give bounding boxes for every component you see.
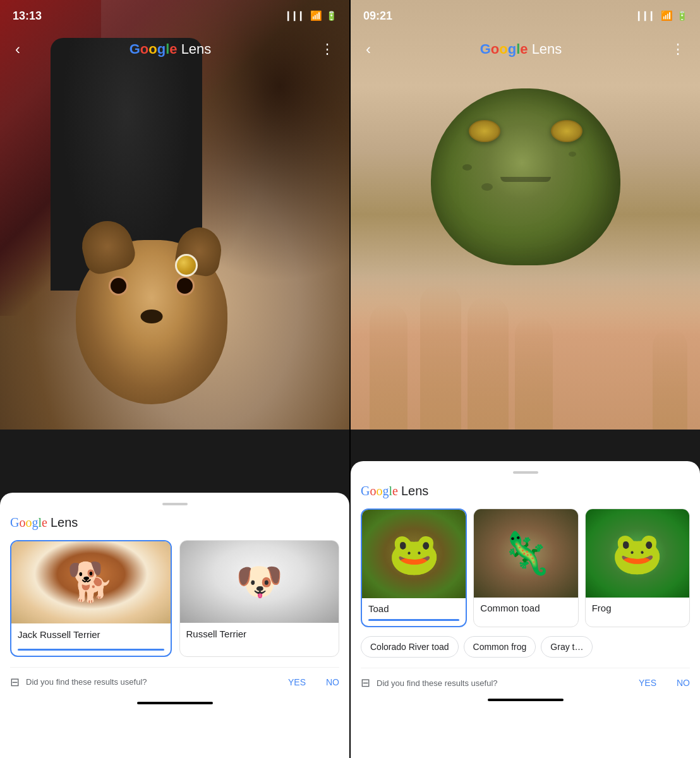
result-label-common-toad: Common toad xyxy=(474,598,577,616)
sheet-e-left: e xyxy=(42,515,47,529)
top-bar-left: ‹ Google Lens ⋮ xyxy=(0,32,349,67)
finger-4 xyxy=(515,316,553,430)
chip-colorado-river-toad[interactable]: Colorado River toad xyxy=(361,636,459,658)
chip-gray-t[interactable]: Gray t… xyxy=(541,636,593,658)
chip-row-right: Colorado River toad Common frog Gray t… xyxy=(361,636,690,658)
title-o2-right: o xyxy=(499,41,507,57)
sheet-title-left: Google Lens xyxy=(10,515,339,530)
google-lens-title-left: Google Lens xyxy=(25,41,315,57)
result-label-toad: Toad xyxy=(362,598,466,617)
sheet-google-right: Google xyxy=(361,484,401,498)
result-label-russell-terrier: Russell Terrier xyxy=(180,623,339,648)
result-img-russell-terrier xyxy=(180,541,339,623)
result-img-toad xyxy=(362,510,466,598)
dog-eye-right xyxy=(177,278,193,294)
finger-1 xyxy=(370,303,407,430)
sheet-g1-left: G xyxy=(10,515,19,529)
bottom-sheet-right: Google Lens Toad Common toad Frog xyxy=(351,461,700,758)
result-card-russell-terrier[interactable]: Russell Terrier xyxy=(179,540,340,657)
feedback-row-right: ⊟ Did you find these results useful? YES… xyxy=(361,668,690,697)
more-button-left[interactable]: ⋮ xyxy=(315,36,339,63)
toad-eye-right xyxy=(551,120,582,142)
title-google-right: Google xyxy=(480,41,532,57)
sheet-g1-right: G xyxy=(361,484,370,498)
status-bar-left: 13:13 ▎▎▎ 📶 🔋 xyxy=(0,0,349,32)
wifi-icon-left: 📶 xyxy=(310,10,322,21)
feedback-no-right[interactable]: NO xyxy=(677,678,690,688)
feedback-row-left: ⊟ Did you find these results useful? YES… xyxy=(10,667,339,697)
sheet-o1-left: o xyxy=(19,515,25,529)
finger-3 xyxy=(468,297,509,430)
dog-head-sim xyxy=(76,240,227,404)
more-button-right[interactable]: ⋮ xyxy=(666,36,690,63)
toad-results-grid: Toad Common toad Frog xyxy=(361,508,690,627)
result-card-toad[interactable]: Toad xyxy=(361,508,467,627)
status-bar-right: 09:21 ▎▎▎ 📶 🔋 xyxy=(351,0,700,32)
dog-nose xyxy=(141,310,163,323)
result-card-jack-russell[interactable]: Jack Russell Terrier xyxy=(10,540,172,657)
sheet-handle-right xyxy=(513,471,538,474)
wart-1 xyxy=(462,164,472,171)
status-icons-left: ▎▎▎ 📶 🔋 xyxy=(287,10,337,21)
feedback-no-left[interactable]: NO xyxy=(326,677,339,687)
status-time-left: 13:13 xyxy=(13,9,42,23)
title-o1-right: o xyxy=(491,41,499,57)
sheet-google-left: Google xyxy=(10,515,51,529)
finger-5 xyxy=(653,328,687,430)
feedback-icon-right: ⊟ xyxy=(361,676,370,690)
selected-bar-toad xyxy=(368,619,459,621)
result-label-frog: Frog xyxy=(586,598,689,616)
toad-mouth xyxy=(500,177,551,182)
battery-icon-left: 🔋 xyxy=(326,11,337,21)
title-g2-left: g xyxy=(157,41,166,57)
sheet-e-right: e xyxy=(392,484,398,498)
feedback-icon-left: ⊟ xyxy=(10,675,20,689)
result-img-frog xyxy=(586,509,689,598)
selected-indicator-jack-russell xyxy=(18,649,164,651)
status-icons-right: ▎▎▎ 📶 🔋 xyxy=(638,10,687,21)
feedback-text-left: Did you find these results useful? xyxy=(26,677,282,687)
result-img-jack-russell xyxy=(11,541,171,623)
bottom-sheet-left: Google Lens Jack Russell Terrier Russell… xyxy=(0,493,349,758)
title-o1-left: o xyxy=(140,41,148,57)
title-lens-right: Lens xyxy=(532,41,562,57)
signal-icon-left: ▎▎▎ xyxy=(287,11,306,21)
toad-eye-left xyxy=(469,120,500,142)
sheet-lens-left: Lens xyxy=(51,515,78,529)
title-g2-right: g xyxy=(508,41,516,57)
home-indicator-left xyxy=(137,702,213,704)
focus-dot-left xyxy=(175,254,198,277)
finger-2 xyxy=(420,284,461,430)
feedback-yes-right[interactable]: YES xyxy=(639,678,656,688)
sheet-g2-right: g xyxy=(382,484,389,498)
google-lens-title-right: Google Lens xyxy=(376,41,666,57)
battery-icon-right: 🔋 xyxy=(677,11,687,21)
signal-icon-right: ▎▎▎ xyxy=(638,11,657,21)
result-card-frog[interactable]: Frog xyxy=(585,508,690,627)
back-button-right[interactable]: ‹ xyxy=(361,35,376,63)
results-grid-left: Jack Russell Terrier Russell Terrier xyxy=(10,540,339,657)
title-e-left: e xyxy=(169,41,177,57)
feedback-yes-left[interactable]: YES xyxy=(288,677,306,687)
title-google-left: Google xyxy=(130,41,181,57)
title-g1-left: G xyxy=(130,41,140,57)
result-card-common-toad[interactable]: Common toad xyxy=(473,508,578,627)
result-img-common-toad xyxy=(474,509,577,598)
wifi-icon-right: 📶 xyxy=(661,10,673,21)
wart-2 xyxy=(569,152,576,157)
sheet-o1-right: o xyxy=(370,484,376,498)
phone-right: 09:21 ▎▎▎ 📶 🔋 ‹ Google Lens ⋮ Google Len… xyxy=(351,0,700,758)
back-button-left[interactable]: ‹ xyxy=(10,35,25,63)
sheet-g2-left: g xyxy=(32,515,38,529)
home-indicator-right xyxy=(488,699,564,701)
feedback-text-right: Did you find these results useful? xyxy=(377,678,632,688)
status-time-right: 09:21 xyxy=(363,9,392,23)
sheet-handle-left xyxy=(162,503,188,505)
sheet-o2-left: o xyxy=(25,515,32,529)
title-e-right: e xyxy=(520,41,528,57)
sheet-title-right: Google Lens xyxy=(361,484,690,498)
chip-common-frog[interactable]: Common frog xyxy=(464,636,536,658)
toad-body-sim xyxy=(431,88,620,265)
title-o2-left: o xyxy=(148,41,157,57)
title-lens-left: Lens xyxy=(181,41,212,57)
